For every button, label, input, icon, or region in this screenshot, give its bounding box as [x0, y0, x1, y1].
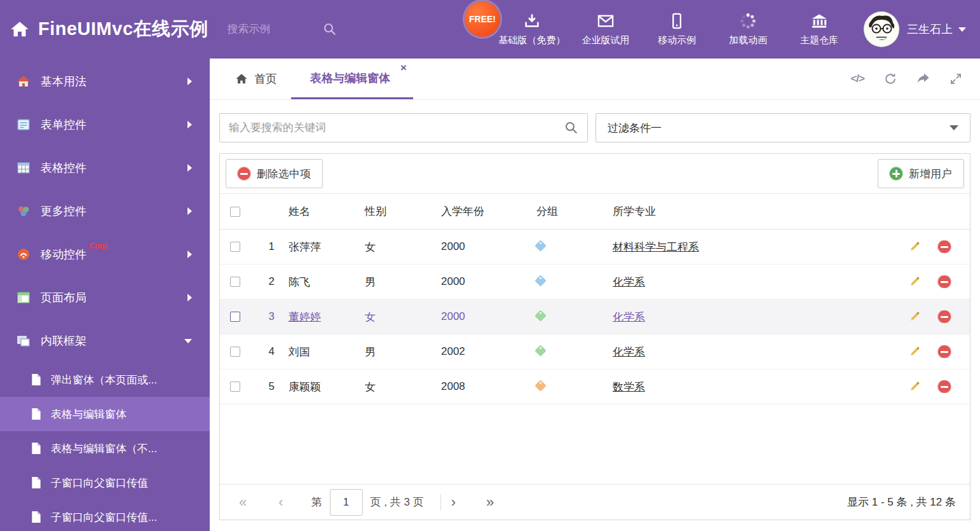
row-checkbox[interactable] [230, 347, 240, 357]
tab-label: 表格与编辑窗体 [310, 71, 390, 86]
major-link[interactable]: 材料科学与工程系 [613, 241, 699, 253]
tab-grid-edit-window[interactable]: 表格与编辑窗体 × [291, 59, 413, 99]
expand-icon[interactable] [949, 72, 962, 85]
file-icon [31, 408, 42, 420]
tab-label: 首页 [254, 71, 277, 86]
sidebar-item-form-controls[interactable]: 表单控件 [0, 103, 210, 146]
sidebar-item-mobile-controls[interactable]: 移动控件 Corp. [0, 233, 210, 276]
top-nav: FREE! 基础版（免费） 企业版试用 移动示例 加载动画 主题仓库 [463, 0, 855, 59]
sidebar-subitem-grid-edit-window[interactable]: 表格与编辑窗体 [0, 397, 210, 431]
row-checkbox[interactable] [230, 312, 240, 322]
nav-item-mobile-demo[interactable]: 移动示例 [641, 0, 712, 59]
chevron-right-icon [187, 207, 192, 215]
edit-icon[interactable] [909, 380, 920, 393]
col-name[interactable]: 姓名 [280, 204, 356, 219]
sidebar-item-label: 内联框架 [41, 333, 86, 348]
chevron-right-icon [187, 164, 192, 172]
nav-item-loading-animation[interactable]: 加载动画 [712, 0, 784, 59]
search-icon[interactable] [323, 22, 337, 36]
mobile-icon [668, 12, 686, 30]
file-icon [31, 476, 42, 489]
row-checkbox[interactable] [230, 382, 240, 392]
prev-page-icon[interactable]: ‹ [278, 495, 283, 509]
sidebar-subitem-popup-window[interactable]: 弹出窗体（本页面或... [0, 362, 210, 397]
keyword-search-input[interactable] [229, 121, 564, 134]
tag-icon [534, 380, 546, 392]
table-row-selected[interactable]: 3 董婷婷 女 2000 化学系 [220, 300, 970, 334]
cell-year: 2008 [432, 380, 527, 393]
search-icon[interactable] [564, 121, 578, 135]
brand[interactable]: FineUIMvc在线示例 [10, 17, 208, 42]
delete-icon[interactable] [938, 345, 951, 358]
sidebar-subitem-child-to-parent[interactable]: 子窗口向父窗口传值 [0, 465, 210, 500]
sidebar-item-page-layout[interactable]: 页面布局 [0, 276, 210, 319]
source-code-icon[interactable]: </> [850, 72, 864, 85]
cell-gender: 女 [356, 240, 432, 254]
sidebar-item-inline-frame[interactable]: 内联框架 [0, 319, 210, 362]
sidebar-item-label: 页面布局 [41, 290, 86, 305]
close-icon[interactable]: × [400, 62, 407, 73]
select-all-checkbox[interactable] [230, 207, 240, 217]
table-row[interactable]: 5 康颖颖 女 2008 数学系 [220, 369, 970, 404]
last-page-icon[interactable]: » [486, 495, 494, 509]
col-major[interactable]: 所学专业 [604, 204, 900, 219]
row-checkbox[interactable] [230, 242, 240, 252]
delete-icon[interactable] [938, 310, 951, 323]
refresh-icon[interactable] [883, 72, 897, 86]
nav-label: 企业版试用 [582, 34, 630, 46]
next-page-icon[interactable]: › [451, 495, 456, 509]
sidebar-item-basic-usage[interactable]: 基本用法 [0, 60, 210, 103]
user-menu[interactable]: 三生石上 [864, 11, 980, 47]
form-icon [17, 118, 31, 132]
mobile-icon [17, 247, 31, 261]
delete-icon[interactable] [938, 240, 951, 253]
table-row[interactable]: 1 张萍萍 女 2000 材料科学与工程系 [220, 230, 970, 265]
filter-dropdown[interactable]: 过滤条件一 [595, 113, 970, 142]
grid-empty-space [220, 404, 970, 484]
major-link[interactable]: 化学系 [613, 346, 645, 358]
table-row[interactable]: 4 刘国 男 2002 化学系 [220, 334, 970, 369]
table-row[interactable]: 2 陈飞 男 2000 化学系 [220, 265, 970, 300]
col-gender[interactable]: 性别 [356, 204, 432, 219]
major-link[interactable]: 数学系 [613, 381, 645, 393]
col-group[interactable]: 分组 [527, 204, 604, 219]
edit-icon[interactable] [909, 310, 920, 323]
header-search[interactable] [228, 22, 355, 36]
avatar [864, 11, 899, 47]
major-link[interactable]: 化学系 [613, 276, 645, 288]
tab-home[interactable]: 首页 [221, 59, 291, 99]
sidebar-subitem-grid-edit-window-2[interactable]: 表格与编辑窗体（不... [0, 431, 210, 465]
add-user-button[interactable]: 新增用户 [878, 159, 964, 188]
table-icon [17, 161, 31, 175]
row-checkbox[interactable] [230, 277, 240, 287]
keyword-search-box[interactable] [219, 113, 588, 142]
delete-icon[interactable] [938, 275, 951, 288]
major-link[interactable]: 化学系 [613, 311, 645, 323]
page-prefix-label: 第 [311, 495, 322, 509]
chevron-down-icon [958, 27, 966, 32]
cell-gender: 女 [356, 380, 432, 394]
pager-divider [440, 494, 441, 511]
delete-selected-button[interactable]: 删除选中项 [226, 159, 323, 188]
page-number-input[interactable] [330, 489, 363, 516]
sidebar-item-grid-controls[interactable]: 表格控件 [0, 146, 210, 190]
chevron-right-icon [187, 251, 192, 258]
first-page-icon[interactable]: « [239, 495, 247, 509]
nav-item-enterprise-trial[interactable]: 企业版试用 [570, 0, 641, 59]
sidebar-subitem-child-to-parent-2[interactable]: 子窗口向父窗口传值... [0, 500, 210, 531]
download-icon [523, 12, 541, 30]
edit-icon[interactable] [909, 275, 920, 288]
nav-item-theme-store[interactable]: 主题仓库 [784, 0, 855, 59]
header-search-input[interactable] [228, 23, 323, 36]
share-icon[interactable] [916, 72, 930, 86]
plus-circle-icon [890, 167, 902, 180]
sidebar-item-more-controls[interactable]: 更多控件 [0, 190, 210, 233]
delete-icon[interactable] [938, 380, 951, 393]
delete-selected-label: 删除选中项 [257, 167, 311, 181]
tag-icon [534, 275, 546, 287]
nav-item-basic-free[interactable]: FREE! 基础版（免费） [463, 0, 570, 59]
nav-label: 移动示例 [658, 34, 696, 46]
col-year[interactable]: 入学年份 [432, 204, 527, 219]
edit-icon[interactable] [909, 345, 920, 358]
edit-icon[interactable] [909, 240, 920, 253]
